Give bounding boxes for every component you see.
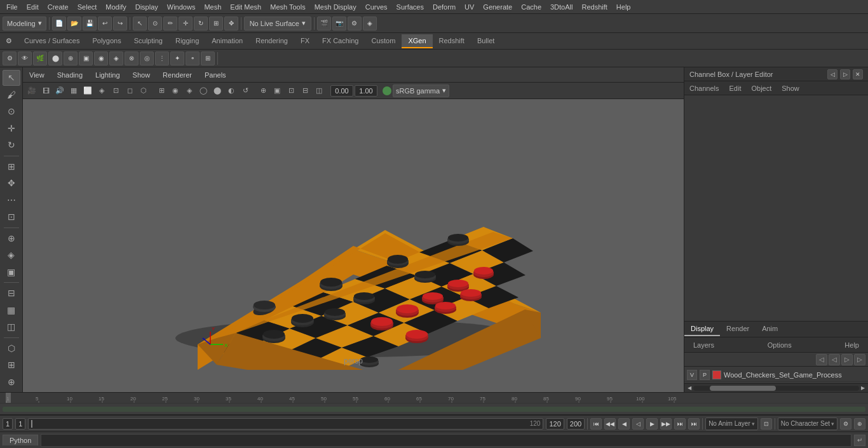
- cb-tab-object[interactable]: Object: [746, 83, 776, 93]
- xgen-btn4[interactable]: ⊕: [64, 51, 78, 65]
- layer-color-swatch[interactable]: [712, 370, 721, 379]
- select-tool-btn[interactable]: ↖: [133, 17, 147, 31]
- layers-menu-options[interactable]: Options: [764, 340, 796, 350]
- cb-tab-channels[interactable]: Channels: [684, 83, 724, 93]
- xgen-btn11[interactable]: ✦: [170, 51, 184, 65]
- disp-tab-anim[interactable]: Anim: [756, 322, 784, 336]
- universal-manip-btn[interactable]: ✥: [224, 17, 238, 31]
- layers-prev-btn[interactable]: ◁: [829, 354, 840, 365]
- save-file-btn[interactable]: 💾: [83, 17, 97, 31]
- play-back-btn[interactable]: ◁: [632, 418, 644, 430]
- character-set-btn2[interactable]: ⊕: [854, 418, 865, 430]
- anim-layer-btn[interactable]: ⊡: [761, 418, 772, 430]
- snap3-btn[interactable]: ▣: [3, 264, 20, 280]
- character-set-selector[interactable]: No Character Set ▾: [778, 417, 837, 430]
- range-slider[interactable]: 120: [28, 418, 543, 430]
- scroll-left-arrow[interactable]: ◀: [686, 384, 693, 392]
- tab-polygons[interactable]: Polygons: [86, 34, 127, 48]
- menu-file[interactable]: File: [3, 2, 22, 12]
- xgen-btn9[interactable]: ◎: [140, 51, 154, 65]
- tab-custom[interactable]: Custom: [365, 34, 402, 48]
- vp-refresh-btn[interactable]: ↺: [239, 85, 252, 97]
- panel-collapse-btn[interactable]: ◁: [827, 69, 837, 79]
- prev-key-btn[interactable]: ◀◀: [604, 418, 616, 430]
- xgen-tool-2[interactable]: ⊞: [3, 357, 20, 373]
- xgen-settings-btn[interactable]: ⚙: [3, 51, 17, 65]
- lasso-btn[interactable]: ⊙: [148, 17, 162, 31]
- vp-shaded-btn[interactable]: ◉: [169, 85, 182, 97]
- gamma-selector[interactable]: sRGB gamma ▾: [393, 85, 449, 97]
- menu-mesh-display[interactable]: Mesh Display: [311, 2, 360, 12]
- max-end-field[interactable]: 200: [567, 418, 585, 430]
- layer-visibility-btn[interactable]: V: [687, 370, 697, 380]
- ipr-btn[interactable]: 📷: [332, 17, 346, 31]
- scale-btn[interactable]: ⊞: [209, 17, 223, 31]
- xgen-tool-1[interactable]: ⬡: [3, 340, 20, 356]
- xgen-eye-btn[interactable]: 👁: [18, 51, 32, 65]
- vp-shadow-btn[interactable]: ⬤: [211, 85, 224, 97]
- xgen-tool-3[interactable]: ⊕: [3, 374, 20, 390]
- menu-help[interactable]: Help: [613, 2, 635, 12]
- vp-display-btn[interactable]: ◈: [95, 85, 108, 97]
- render-settings-btn[interactable]: ⚙: [348, 17, 362, 31]
- disp-tab-display[interactable]: Display: [684, 322, 720, 336]
- layers-next-btn[interactable]: ▷: [841, 354, 853, 365]
- paint-btn[interactable]: ✏: [163, 17, 177, 31]
- workspace-selector[interactable]: Modeling ▾: [3, 17, 46, 31]
- vp-xray-btn[interactable]: ◐: [225, 85, 238, 97]
- layers-end-btn[interactable]: ▷: [854, 354, 865, 365]
- frame-field-2[interactable]: 1: [15, 418, 25, 430]
- xgen-btn13[interactable]: ⊞: [201, 51, 215, 65]
- vp-menu-show[interactable]: Show: [129, 70, 154, 80]
- new-file-btn[interactable]: 📄: [52, 17, 66, 31]
- paint-select-tool[interactable]: 🖌: [3, 87, 20, 103]
- xgen-btn12[interactable]: ⚬: [186, 51, 200, 65]
- vp-menu-view[interactable]: View: [25, 70, 48, 80]
- scroll-thumb[interactable]: [710, 386, 776, 391]
- hypershade-btn[interactable]: ◈: [363, 17, 377, 31]
- vp-btn7[interactable]: ⊡: [109, 85, 122, 97]
- vp-gate-btn[interactable]: ▣: [271, 85, 283, 97]
- undo-btn[interactable]: ↩: [98, 17, 112, 31]
- range-slider-thumb[interactable]: [31, 420, 32, 428]
- scroll-track[interactable]: [693, 386, 859, 391]
- tab-fx-caching[interactable]: FX Caching: [316, 34, 365, 48]
- xgen-tree-btn[interactable]: 🌿: [33, 51, 47, 65]
- vp-texture-btn[interactable]: ◈: [183, 85, 196, 97]
- vp-menu-renderer[interactable]: Renderer: [159, 70, 196, 80]
- menu-3dtoll[interactable]: 3DtoAll: [546, 2, 576, 12]
- move-tool[interactable]: ✛: [3, 121, 20, 137]
- current-frame-field[interactable]: 1: [3, 418, 13, 430]
- panel-close-btn[interactable]: ✕: [853, 69, 863, 79]
- menu-create[interactable]: Create: [44, 2, 72, 12]
- show-manip-tool[interactable]: ⊡: [3, 209, 20, 225]
- character-set-btn[interactable]: ⚙: [840, 418, 851, 430]
- vp-resolution-btn[interactable]: ⊟: [299, 85, 311, 97]
- xgen-btn8[interactable]: ⊗: [125, 51, 139, 65]
- rotate-btn[interactable]: ↻: [194, 17, 208, 31]
- xgen-btn3[interactable]: ⬤: [48, 51, 62, 65]
- menu-mesh[interactable]: Mesh: [200, 2, 225, 12]
- vp-menu-shading[interactable]: Shading: [53, 70, 86, 80]
- next-frame-btn[interactable]: ▶▶: [660, 418, 672, 430]
- xgen-btn7[interactable]: ◈: [109, 51, 123, 65]
- scale-tool[interactable]: ⊞: [3, 159, 20, 175]
- vp-wireframe-btn[interactable]: ⊞: [155, 85, 168, 97]
- viewport-canvas[interactable]: X Y persp: [23, 99, 684, 392]
- xgen-btn6[interactable]: ◉: [94, 51, 108, 65]
- menu-display[interactable]: Display: [132, 2, 162, 12]
- menu-redshift[interactable]: Redshift: [578, 2, 611, 12]
- menu-edit[interactable]: Edit: [23, 2, 43, 12]
- open-file-btn[interactable]: 📂: [67, 17, 81, 31]
- first-frame-btn[interactable]: ⏮: [590, 418, 602, 430]
- menu-modify[interactable]: Modify: [102, 2, 130, 12]
- layers-menu-layers[interactable]: Layers: [689, 340, 718, 350]
- menu-windows[interactable]: Windows: [163, 2, 200, 12]
- vp-btn8[interactable]: ◻: [123, 85, 136, 97]
- vp-menu-lighting[interactable]: Lighting: [92, 70, 124, 80]
- menu-select[interactable]: Select: [74, 2, 101, 12]
- live-surface-btn[interactable]: No Live Surface ▾: [244, 17, 311, 31]
- vp-camera-btn[interactable]: 🎥: [25, 85, 38, 97]
- rotate-tool[interactable]: ↻: [3, 137, 20, 153]
- redo-btn[interactable]: ↪: [113, 17, 127, 31]
